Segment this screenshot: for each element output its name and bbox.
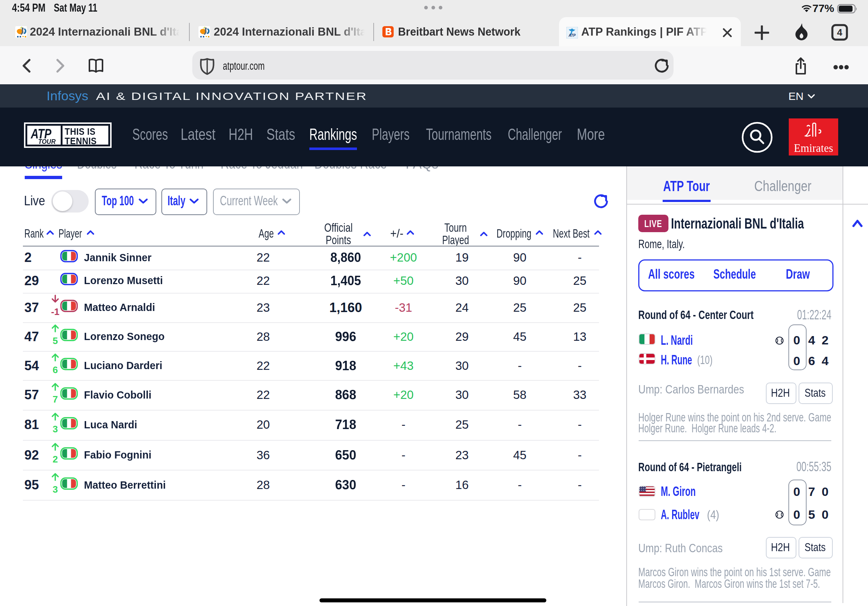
- svg-text:ATP: ATP: [568, 33, 576, 37]
- svg-text:4: 4: [837, 27, 843, 38]
